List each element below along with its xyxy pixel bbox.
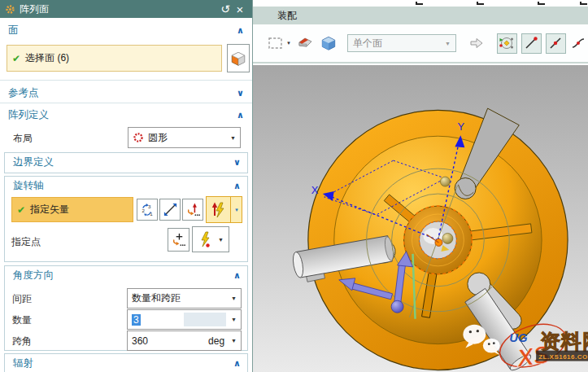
specify-vector-field[interactable]: ✔ 指定矢量 <box>11 197 133 222</box>
layout-label: 布局 <box>13 132 33 146</box>
specify-vector-label: 指定矢量 <box>30 203 69 217</box>
collapse-icon[interactable]: ∧ <box>233 358 241 369</box>
ribbon-tab-mark <box>477 2 484 5</box>
section-reference-point[interactable]: 参考点 ∨ <box>0 84 252 102</box>
count-input[interactable]: 3 ▼ <box>127 309 242 330</box>
dialog-titlebar[interactable]: 阵列面 ↺ × <box>0 0 252 18</box>
assembly-tab-label: 装配 <box>277 9 297 23</box>
expand-icon[interactable]: ∨ <box>233 157 241 168</box>
group-rotation-axis: 旋转轴 ∧ ✔ 指定矢量 3 2 1 <box>4 176 248 262</box>
watermark-ug: UG <box>509 330 528 344</box>
x-axis-label: X <box>311 184 319 196</box>
solid-body-button[interactable] <box>319 33 338 53</box>
midpoint-snap-button[interactable] <box>546 33 566 54</box>
cycle-icon: 3 2 1 <box>140 202 155 217</box>
forward-arrow-icon <box>467 33 486 53</box>
ribbon-top-strip <box>253 0 588 7</box>
watermark-site-name: 资料网 <box>540 330 588 352</box>
span-angle-label: 跨角 <box>12 335 32 348</box>
handle-origin-ball[interactable] <box>391 300 403 313</box>
angle-direction-header[interactable]: 角度方向 ∧ <box>5 266 247 284</box>
group-angle-direction: 角度方向 ∧ 间距 数量和跨距 ▼ 数量 3 ▼ 跨角 360 deg ▼ <box>4 265 248 351</box>
vector-dialog-button[interactable] <box>182 199 203 221</box>
boundary-definition-header[interactable]: 边界定义 ∨ <box>5 153 247 171</box>
collapse-icon[interactable]: ∧ <box>233 270 241 281</box>
chevron-down-icon[interactable]: ▼ <box>231 338 237 344</box>
boundary-definition-label: 边界定义 <box>13 155 54 169</box>
graphics-viewport[interactable]: Y X <box>253 65 588 372</box>
app-root: 阵列面 ↺ × 面 ∧ ✔ 选择面 (6) 参考点 ∨ <box>0 0 588 372</box>
reset-icon[interactable]: ↺ <box>218 2 233 15</box>
expand-icon[interactable]: ∨ <box>237 88 244 98</box>
inferred-vector-icon <box>210 201 226 219</box>
chevron-down-icon[interactable]: ▼ <box>231 317 237 322</box>
workspace: 装配 ▼ 单个面 <box>253 0 588 372</box>
curve-point-icon <box>571 35 588 51</box>
angle-direction-label: 角度方向 <box>13 269 54 282</box>
span-angle-value: 360 <box>132 335 148 347</box>
dialog-title: 阵列面 <box>20 2 218 16</box>
specify-point-label: 指定点 <box>11 235 41 249</box>
line-endpoint-icon <box>523 35 539 51</box>
point-dialog-button[interactable] <box>168 228 189 252</box>
face-rule-button[interactable] <box>295 33 315 53</box>
select-face-label: 选择面 (6) <box>25 51 69 65</box>
layout-value: 圆形 <box>148 131 168 145</box>
ribbon-tab-mark <box>580 2 587 5</box>
face-cube-button[interactable] <box>227 44 250 72</box>
rotation-axis-label: 旋转轴 <box>13 179 44 193</box>
endpoint-snap-button[interactable] <box>521 33 542 54</box>
selection-toolbar: ▼ 单个面 ▼ <box>253 24 588 63</box>
spacing-dropdown[interactable]: 数量和跨距 ▼ <box>127 288 242 309</box>
radiate-header[interactable]: 辐射 ∧ <box>5 354 247 372</box>
selection-scope-value: 单个面 <box>353 37 382 50</box>
snap-ball-y-axis <box>440 177 450 186</box>
marquee-select-button[interactable] <box>266 33 285 53</box>
formula-toggle[interactable] <box>184 313 226 326</box>
count-value: 3 <box>132 314 141 326</box>
section-face[interactable]: 面 ∧ <box>0 21 252 39</box>
close-icon[interactable]: × <box>233 2 247 16</box>
svg-text:3: 3 <box>147 204 150 209</box>
span-angle-unit[interactable]: deg <box>208 335 224 347</box>
group-boundary-definition: 边界定义 ∨ <box>4 152 248 173</box>
chevron-down-icon: ▼ <box>230 135 236 141</box>
ribbon-tab-mark <box>538 2 545 5</box>
snap-ball-center <box>442 233 453 243</box>
inferred-point-button[interactable]: ▼ <box>192 226 229 252</box>
svg-text:2: 2 <box>142 208 145 213</box>
collapse-icon[interactable]: ∧ <box>237 110 244 120</box>
origin-point-marker <box>435 239 442 246</box>
spacing-label: 间距 <box>12 292 32 306</box>
vector-dialog-icon <box>185 202 201 217</box>
line-midpoint-icon <box>547 35 564 51</box>
section-pattern-definition[interactable]: 阵列定义 ∧ <box>0 106 252 124</box>
ribbon-tab-mark <box>416 2 423 5</box>
point-dialog-icon <box>171 232 186 247</box>
selection-scope-dropdown[interactable]: 单个面 ▼ <box>347 34 456 52</box>
snap-point-button[interactable] <box>497 33 517 54</box>
y-axis-label: Y <box>457 120 464 133</box>
cube-icon <box>229 50 247 68</box>
assembly-tab-bar[interactable]: 装配 <box>253 7 588 24</box>
point-type-caret[interactable]: ▼ <box>218 237 224 243</box>
layout-dropdown[interactable]: 圆形 ▼ <box>128 127 241 148</box>
radiate-label: 辐射 <box>13 357 33 370</box>
vector-type-caret[interactable]: ▼ <box>230 197 239 222</box>
select-face-field[interactable]: ✔ 选择面 (6) <box>7 45 222 72</box>
rotation-axis-header[interactable]: 旋转轴 ∧ <box>5 177 247 195</box>
reverse-direction-button[interactable] <box>159 199 181 221</box>
tangent-point-snap-button[interactable] <box>570 33 588 53</box>
marquee-icon <box>268 36 284 50</box>
face-rule-icon <box>296 35 314 51</box>
pattern-face-dialog: 阵列面 ↺ × 面 ∧ ✔ 选择面 (6) 参考点 ∨ <box>0 0 253 372</box>
marquee-caret[interactable]: ▼ <box>286 41 291 46</box>
inferred-vector-button[interactable]: ▼ <box>206 196 242 223</box>
section-pattern-definition-label: 阵列定义 <box>8 108 49 122</box>
span-angle-input[interactable]: 360 deg ▼ <box>127 330 242 351</box>
cycle-solutions-button[interactable]: 3 2 1 <box>137 199 158 221</box>
count-label: 数量 <box>12 313 32 327</box>
reverse-direction-icon <box>163 202 178 217</box>
collapse-icon[interactable]: ∧ <box>237 25 244 36</box>
collapse-icon[interactable]: ∧ <box>233 181 241 191</box>
